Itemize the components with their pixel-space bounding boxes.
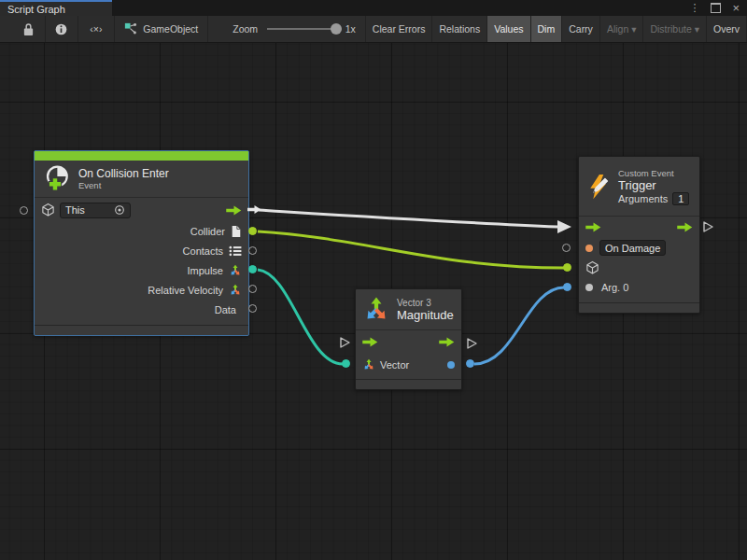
trigger-node-header: Custom Event Trigger Arguments 1 — [579, 157, 699, 217]
gameobject-cube-icon — [41, 203, 55, 217]
port-trigger-flow-output[interactable] — [701, 220, 714, 233]
port-flow-output[interactable] — [247, 203, 261, 216]
float-output-dot — [447, 361, 455, 369]
port-collider-output[interactable] — [248, 227, 257, 235]
port-trigger-arg0-input[interactable] — [563, 283, 571, 291]
zoom-value: 1x — [345, 23, 356, 35]
node-on-collision-enter[interactable]: On Collision Enter Event This Collider — [34, 150, 249, 336]
node-title: Magnitude — [397, 309, 454, 322]
port-impulse-output[interactable] — [248, 265, 257, 273]
code-view-button[interactable]: ‹×› — [78, 16, 116, 42]
vector3-icon — [229, 264, 242, 277]
port-magnitude-result-output[interactable] — [466, 359, 474, 368]
close-icon[interactable]: × — [732, 2, 740, 14]
vector3-icon — [229, 284, 242, 297]
overview-button[interactable]: Overv — [707, 16, 747, 42]
event-name-field[interactable]: On Damage — [599, 240, 666, 256]
node-footer — [35, 325, 248, 335]
lock-button[interactable] — [13, 16, 46, 42]
vector3-icon — [362, 296, 390, 324]
node-vector3-magnitude[interactable]: Vector 3 Magnitude Vector — [355, 288, 462, 390]
event-node-header: On Collision Enter Event — [35, 161, 248, 198]
node-trigger-custom-event[interactable]: Custom Event Trigger Arguments 1 On Dama… — [578, 156, 700, 314]
dim-toggle[interactable]: Dim — [531, 16, 563, 42]
node-type-label: Vector 3 — [397, 298, 454, 309]
tab-bar: Script Graph ⋮ × — [0, 0, 747, 16]
port-magnitude-flow-output[interactable] — [465, 337, 478, 350]
port-magnitude-flow-input[interactable] — [338, 336, 351, 349]
values-toggle[interactable]: Values — [487, 16, 530, 42]
align-dropdown[interactable]: Align ▾ — [600, 16, 644, 42]
node-footer — [579, 302, 699, 313]
wire-magnitude-arg0[interactable] — [474, 287, 564, 364]
event-node-bar — [35, 151, 248, 161]
maximize-icon[interactable] — [711, 3, 721, 13]
graph-target-label: GameObject — [143, 23, 198, 35]
code-view-icon: ‹×› — [90, 23, 102, 35]
wire-flow-arrowhead — [557, 220, 571, 233]
flow-output-arrow-icon — [226, 205, 242, 216]
graph-toolbar: ‹×› GameObject Zoom 1x Clear Errors Rela… — [0, 16, 747, 43]
node-title: On Collision Enter — [78, 167, 169, 180]
node-type-label: Custom Event — [618, 168, 689, 179]
node-footer — [356, 379, 461, 389]
flow-input-arrow-icon — [585, 222, 601, 232]
wire-collider[interactable] — [258, 231, 564, 268]
object-type-dot — [585, 284, 593, 291]
gameobject-icon — [124, 22, 137, 35]
vector3-icon — [362, 358, 375, 371]
port-label-arg0: Arg. 0 — [601, 282, 628, 293]
flow-output-arrow-icon — [439, 337, 455, 347]
node-subtitle: Event — [78, 180, 169, 191]
custom-event-icon — [585, 174, 612, 200]
flow-input-arrow-icon — [362, 337, 378, 347]
port-magnitude-vector-input[interactable] — [342, 359, 350, 368]
port-this-input[interactable] — [20, 206, 28, 215]
tab-title: Script Graph — [7, 4, 65, 15]
clear-errors-button[interactable]: Clear Errors — [365, 16, 433, 42]
window-menu-icon[interactable]: ⋮ — [689, 3, 699, 13]
carry-button[interactable]: Carry — [562, 16, 600, 42]
script-graph-window: Script Graph ⋮ × ‹×› GameObject Zoom 1x … — [0, 0, 747, 560]
port-contacts-output[interactable] — [248, 246, 257, 255]
graph-target-button[interactable]: GameObject — [115, 16, 208, 42]
target-object-field[interactable]: This — [60, 203, 131, 218]
flow-output-arrow-icon — [677, 222, 693, 232]
arguments-label: Arguments — [618, 193, 668, 204]
collision-event-icon — [42, 164, 71, 193]
port-trigger-target-input[interactable] — [563, 263, 571, 272]
port-label-vector: Vector — [380, 359, 409, 371]
string-type-dot — [585, 245, 593, 252]
window-controls: ⋮ × — [689, 0, 747, 16]
wire-flow[interactable] — [259, 210, 557, 227]
distribute-dropdown[interactable]: Distribute ▾ — [643, 16, 707, 42]
object-picker-icon[interactable] — [114, 204, 125, 216]
arguments-count-field[interactable]: 1 — [672, 192, 689, 205]
relations-button[interactable]: Relations — [432, 16, 487, 42]
port-data-output[interactable] — [248, 304, 257, 313]
graph-canvas[interactable]: On Collision Enter Event This Collider — [0, 43, 747, 560]
port-label-impulse: Impulse — [187, 265, 223, 276]
zoom-slider-thumb[interactable] — [331, 23, 342, 35]
port-label-collider: Collider — [190, 226, 225, 237]
list-icon — [229, 245, 242, 257]
port-label-data: Data — [215, 304, 236, 315]
gameobject-cube-icon — [585, 260, 599, 275]
collider-icon — [231, 225, 242, 238]
port-label-contacts: Contacts — [183, 245, 223, 257]
node-title: Trigger — [618, 179, 689, 192]
wire-impulse-vector[interactable] — [258, 270, 343, 364]
tab-script-graph[interactable]: Script Graph — [0, 0, 112, 16]
zoom-slider[interactable] — [267, 28, 340, 30]
info-button[interactable] — [46, 16, 78, 42]
zoom-label: Zoom — [233, 23, 258, 35]
magnitude-node-header: Vector 3 Magnitude — [356, 289, 461, 330]
port-label-relative-velocity: Relative Velocity — [148, 285, 223, 296]
port-relative-velocity-output[interactable] — [248, 285, 257, 293]
port-trigger-name-input[interactable] — [562, 244, 571, 252]
